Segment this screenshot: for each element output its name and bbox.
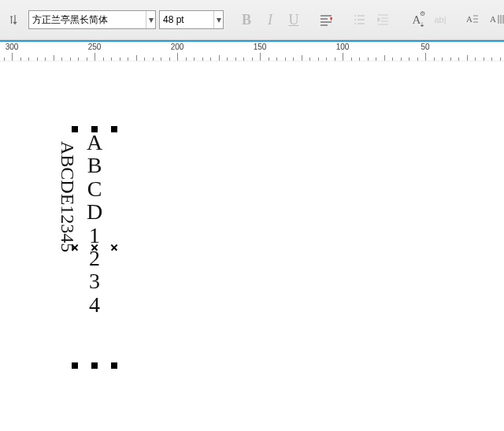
selection-box: ABCD1234 <box>75 129 114 366</box>
selection-handle-n[interactable] <box>91 126 98 132</box>
font-size-input[interactable] <box>160 12 213 28</box>
font-name-input[interactable] <box>29 12 146 28</box>
selection-handle-s[interactable] <box>91 362 98 369</box>
align-button[interactable] <box>317 9 337 30</box>
toolbar: ▾ ▾ B I U A ⚙ ab| A A <box>0 0 504 40</box>
horizontal-ruler[interactable]: 30025020015010050 <box>0 40 504 61</box>
text-orientation-icon[interactable] <box>5 9 25 30</box>
selection-center-marker[interactable] <box>91 243 98 251</box>
selection-handle-sw[interactable] <box>72 362 78 369</box>
selection-handle-e[interactable] <box>110 243 118 251</box>
ruler-tick-label: 250 <box>88 43 102 51</box>
indent-button[interactable] <box>373 9 394 30</box>
svg-text:A: A <box>490 14 496 24</box>
text-object-vertical[interactable]: ABCD1234 <box>87 131 102 316</box>
ruler-tick-label: 50 <box>421 43 429 51</box>
underline-button[interactable]: U <box>284 9 304 30</box>
svg-point-1 <box>354 19 356 20</box>
svg-point-2 <box>354 23 356 24</box>
font-size-combo[interactable]: ▾ <box>159 10 224 29</box>
selection-handle-nw[interactable] <box>72 126 78 132</box>
ruler-tick-label: 200 <box>171 43 184 51</box>
svg-point-0 <box>354 15 356 17</box>
svg-text:A: A <box>466 14 472 24</box>
italic-button[interactable]: I <box>260 9 280 30</box>
selection-handle-se[interactable] <box>111 362 117 369</box>
ruler-tick-label: 300 <box>6 43 19 51</box>
ruler-tick-label: 100 <box>336 43 350 51</box>
font-name-combo[interactable]: ▾ <box>28 10 156 29</box>
character-format-button[interactable]: A ⚙ <box>406 9 427 30</box>
list-button[interactable] <box>350 9 370 30</box>
selection-handle-ne[interactable] <box>111 126 117 132</box>
canvas[interactable]: ABCDE12345 ABCD1234 <box>0 61 504 431</box>
ruler-tick-label: 150 <box>254 43 267 51</box>
font-size-dropdown-arrow[interactable]: ▾ <box>213 11 223 28</box>
edit-text-button[interactable]: ab| <box>430 9 450 30</box>
selection-handle-w[interactable] <box>71 243 79 251</box>
text-direction-vertical-button[interactable]: A <box>487 9 504 30</box>
font-name-dropdown-arrow[interactable]: ▾ <box>146 11 155 28</box>
text-direction-horizontal-button[interactable]: A <box>463 9 484 30</box>
bold-button[interactable]: B <box>236 9 257 30</box>
